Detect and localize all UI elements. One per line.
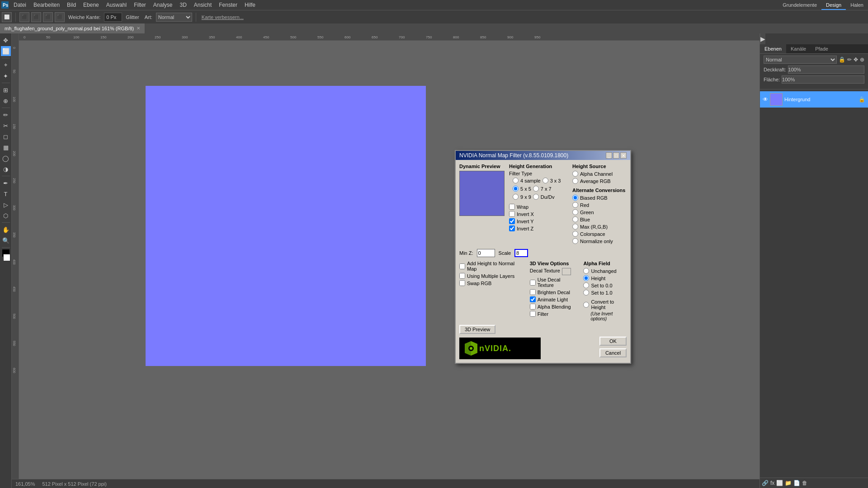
filter-9x9-radio[interactable] <box>513 194 519 200</box>
menu-hilfe[interactable]: Hilfe <box>241 0 259 10</box>
brush-size-input[interactable] <box>104 13 122 22</box>
clone-tool[interactable]: ✂ <box>1 121 11 131</box>
red-radio[interactable] <box>572 202 578 208</box>
menu-analyse[interactable]: Analyse <box>150 0 176 10</box>
min-z-input[interactable] <box>477 249 495 257</box>
doc-tab-close[interactable]: ✕ <box>137 23 140 33</box>
convert-to-height-radio[interactable] <box>583 302 589 308</box>
eye-icon[interactable]: 👁 <box>763 96 768 103</box>
crop-tool[interactable]: ⊞ <box>1 85 11 95</box>
green-radio[interactable] <box>572 209 578 215</box>
move-icon[interactable]: ✥ <box>854 56 858 63</box>
dialog-minimize[interactable]: _ <box>606 152 612 159</box>
menu-filter[interactable]: Filter <box>130 0 150 10</box>
add-height-checkbox[interactable] <box>459 263 465 269</box>
path-tool[interactable]: ▷ <box>1 200 11 210</box>
brush-icon[interactable]: ✏ <box>847 56 852 63</box>
filter-4sample-radio[interactable] <box>513 178 519 183</box>
max-rgb-radio[interactable] <box>572 224 578 230</box>
opacity-input[interactable] <box>788 66 864 74</box>
new-layer-icon[interactable]: 📄 <box>793 480 800 486</box>
invert-x-checkbox[interactable] <box>509 211 515 217</box>
filter-5x5-radio[interactable] <box>513 186 519 192</box>
average-rgb-radio[interactable] <box>572 178 578 184</box>
menu-auswahl[interactable]: Auswahl <box>103 0 130 10</box>
all-icon[interactable]: ⊕ <box>860 56 864 63</box>
canvas-area[interactable]: 0 50 100 150 200 250 300 350 400 450 500… <box>12 33 760 488</box>
fill-input[interactable] <box>782 75 864 84</box>
move-tool[interactable]: ✥ <box>1 35 11 45</box>
workspace-tab-halen[interactable]: Halen <box>846 0 868 10</box>
filter-checkbox[interactable] <box>530 311 536 317</box>
filter-dudv-radio[interactable] <box>533 194 539 200</box>
tab-ebenen[interactable]: Ebenen <box>760 44 786 53</box>
wrap-checkbox[interactable] <box>509 204 515 210</box>
layer-row[interactable]: 👁 Hintergrund 🔒 <box>760 91 868 108</box>
toolbar-icon-4[interactable]: ⬛ <box>55 12 65 22</box>
toolbar-icon-2[interactable]: ⬛ <box>31 12 41 22</box>
normalize-radio[interactable] <box>572 238 578 244</box>
decal-texture-box[interactable] <box>562 268 571 275</box>
fx-icon[interactable]: fx <box>770 480 774 486</box>
pen-tool[interactable]: ✒ <box>1 178 11 188</box>
lock-icon[interactable]: 🔒 <box>839 56 845 63</box>
menu-bearbeiten[interactable]: Bearbeiten <box>30 0 63 10</box>
unchanged-radio[interactable] <box>583 268 589 274</box>
animate-light-checkbox[interactable] <box>530 296 536 302</box>
brush-tool[interactable]: ✏ <box>1 110 11 120</box>
invert-z-checkbox[interactable] <box>509 225 515 231</box>
alpha-blending-checkbox[interactable] <box>530 304 536 310</box>
eyedropper-tool[interactable]: ⊕ <box>1 96 11 106</box>
use-decal-checkbox[interactable] <box>530 280 536 286</box>
cancel-button[interactable]: Cancel <box>599 348 627 357</box>
dialog-close[interactable]: ✕ <box>620 152 627 159</box>
using-multiple-checkbox[interactable] <box>459 273 465 279</box>
filter-7x7-radio[interactable] <box>533 186 539 192</box>
height-radio[interactable] <box>583 275 589 281</box>
toolbar-icon-3[interactable]: ⬛ <box>43 12 53 22</box>
blur-tool[interactable]: ◯ <box>1 153 11 163</box>
set-1-radio[interactable] <box>583 290 589 296</box>
panel-toggle[interactable]: ▶ <box>760 35 765 42</box>
swap-rgb-checkbox[interactable] <box>459 280 465 286</box>
filter-3x3-radio[interactable] <box>542 178 548 183</box>
link-icon[interactable]: 🔗 <box>762 480 769 486</box>
tab-pfade[interactable]: Pfade <box>811 44 833 53</box>
toolbar-icon-1[interactable]: ⬛ <box>19 12 29 22</box>
ok-button[interactable]: OK <box>599 337 627 346</box>
brighten-decal-checkbox[interactable] <box>530 289 536 295</box>
marquee-tool-btn[interactable]: ⬜ <box>2 12 12 22</box>
hand-tool[interactable]: ✋ <box>1 225 11 235</box>
workspace-tab-grundelemente[interactable]: Grundelemente <box>778 0 821 10</box>
marquee-tool[interactable]: ⬜ <box>1 46 11 56</box>
menu-ebene[interactable]: Ebene <box>80 0 103 10</box>
gradient-tool[interactable]: ▦ <box>1 142 11 152</box>
invert-y-checkbox[interactable] <box>509 218 515 224</box>
shape-tool[interactable]: ⬡ <box>1 211 11 221</box>
eraser-tool[interactable]: ◻ <box>1 131 11 141</box>
menu-ansicht[interactable]: Ansicht <box>190 0 215 10</box>
tab-kanale[interactable]: Kanäle <box>786 44 811 53</box>
blend-mode-select[interactable]: Normal <box>764 56 837 64</box>
dialog-maximize[interactable]: □ <box>613 152 619 159</box>
set-0-radio[interactable] <box>583 282 589 288</box>
colorspace-radio[interactable] <box>572 231 578 237</box>
doc-tab[interactable]: mh_flughafen_ground_poly_normal.psd bei … <box>0 23 145 33</box>
menu-3d[interactable]: 3D <box>176 0 190 10</box>
menu-bild[interactable]: Bild <box>63 0 80 10</box>
mask-icon[interactable]: ⬜ <box>776 480 783 486</box>
3d-preview-button[interactable]: 3D Preview <box>459 325 495 334</box>
scale-input[interactable] <box>514 249 528 257</box>
background-color[interactable] <box>3 254 10 261</box>
folder-icon[interactable]: 📁 <box>785 480 792 486</box>
text-tool[interactable]: T <box>1 189 11 199</box>
menu-fenster[interactable]: Fenster <box>215 0 241 10</box>
lasso-tool[interactable]: ⌖ <box>1 60 11 70</box>
karte-label[interactable]: Karte verbessern... <box>202 14 244 20</box>
menu-datei[interactable]: Datei <box>10 0 30 10</box>
delete-icon[interactable]: 🗑 <box>802 480 807 486</box>
wand-tool[interactable]: ✦ <box>1 71 11 81</box>
workspace-tab-design[interactable]: Design <box>821 0 846 10</box>
zoom-tool[interactable]: 🔍 <box>1 235 11 245</box>
art-select[interactable]: Normal <box>156 13 192 22</box>
